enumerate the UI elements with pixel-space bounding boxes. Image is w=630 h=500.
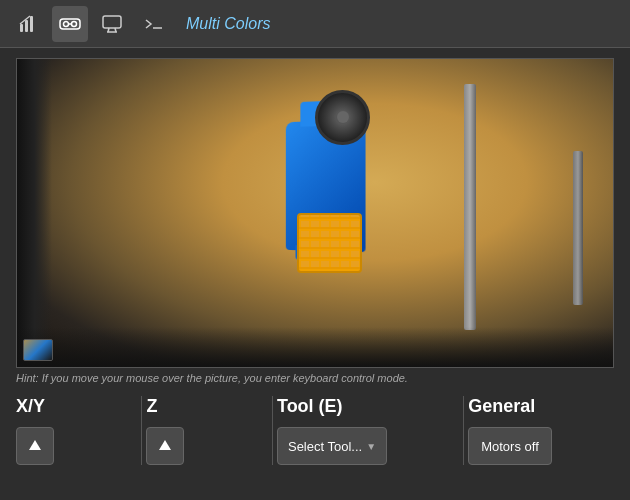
select-tool-button[interactable]: Select Tool... ▼ (277, 427, 387, 465)
yellow-grid (297, 213, 362, 273)
z-buttons (146, 427, 267, 465)
xy-up-button[interactable] (16, 427, 54, 465)
motors-off-button[interactable]: Motors off (468, 427, 552, 465)
select-tool-text: Select Tool... (288, 439, 362, 454)
camera-view[interactable] (16, 58, 614, 368)
rail-vertical (464, 84, 476, 330)
controls-section: X/Y Z Tool (E) Select Tool... ▼ General (0, 388, 630, 469)
tool-control-group: Tool (E) Select Tool... ▼ (277, 396, 459, 465)
nav-chart-icon[interactable] (10, 6, 46, 42)
printer-scene (17, 59, 613, 367)
svg-rect-2 (30, 16, 33, 32)
xy-buttons (16, 427, 137, 465)
nav-monitor-icon[interactable] (94, 6, 130, 42)
general-buttons: Motors off (468, 427, 614, 465)
xy-control-group: X/Y (16, 396, 137, 465)
xy-label: X/Y (16, 396, 137, 417)
motors-off-text: Motors off (481, 439, 539, 454)
tool-label: Tool (E) (277, 396, 459, 417)
svg-rect-7 (103, 16, 121, 28)
frame-left (17, 59, 52, 367)
fan (315, 90, 370, 145)
nav-terminal-icon[interactable] (136, 6, 172, 42)
tool-buttons: Select Tool... ▼ (277, 427, 459, 465)
svg-rect-0 (20, 24, 23, 32)
svg-point-4 (64, 21, 69, 26)
svg-rect-1 (25, 20, 28, 32)
z-label: Z (146, 396, 267, 417)
divider-3 (463, 396, 464, 465)
svg-marker-13 (159, 440, 171, 450)
hint-label: Hint: If you move your mouse over the pi… (16, 372, 408, 384)
dropdown-arrow-icon: ▼ (366, 441, 376, 452)
top-nav-bar: Multi Colors (0, 0, 630, 48)
hint-text: Hint: If you move your mouse over the pi… (0, 368, 630, 388)
divider-1 (141, 396, 142, 465)
divider-2 (272, 396, 273, 465)
svg-point-5 (72, 21, 77, 26)
frame-bottom (17, 327, 613, 367)
rail-right (573, 151, 583, 305)
thumbnail (23, 339, 53, 361)
page-title: Multi Colors (186, 15, 270, 33)
svg-marker-12 (29, 440, 41, 450)
general-label: General (468, 396, 614, 417)
general-control-group: General Motors off (468, 396, 614, 465)
nav-vr-icon[interactable] (52, 6, 88, 42)
z-up-button[interactable] (146, 427, 184, 465)
z-control-group: Z (146, 396, 267, 465)
